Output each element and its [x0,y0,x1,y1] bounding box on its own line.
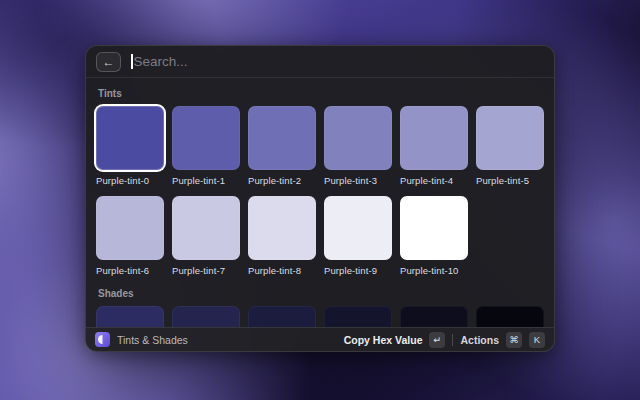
swatch-label: Purple-tint-0 [96,175,164,186]
color-swatch [248,196,316,260]
search-placeholder: Search... [134,54,188,69]
color-swatch [172,196,240,260]
tints-shades-palette-window: ← Search... Tints Purple-tint-0 Purple-t… [85,45,555,352]
search-input[interactable]: Search... [131,54,544,69]
swatch-purple-tint-5[interactable]: Purple-tint-5 [476,106,544,186]
text-caret [131,54,133,69]
search-bar: ← Search... [86,46,554,78]
section-label-tints: Tints [98,88,544,99]
tints-grid: Purple-tint-0 Purple-tint-1 Purple-tint-… [96,106,544,276]
swatch-label: Purple-tint-7 [172,265,240,276]
tints-shades-app-icon [95,332,110,347]
copy-hex-value-action[interactable]: Copy Hex Value [344,334,423,346]
color-swatch [172,106,240,170]
section-label-shades: Shades [98,288,544,299]
back-arrow-icon: ← [103,53,115,71]
color-swatch [324,306,392,327]
swatch-label: Purple-tint-5 [476,175,544,186]
swatch-label: Purple-tint-9 [324,265,392,276]
results-area: Tints Purple-tint-0 Purple-tint-1 Purple… [86,78,554,327]
swatch-purple-tint-6[interactable]: Purple-tint-6 [96,196,164,276]
swatch-label: Purple-tint-2 [248,175,316,186]
shades-grid [96,306,544,327]
actions-menu-button[interactable]: Actions [460,334,499,346]
swatch-purple-tint-2[interactable]: Purple-tint-2 [248,106,316,186]
color-swatch [400,306,468,327]
swatch-purple-shade-3[interactable] [324,306,392,327]
swatch-purple-tint-4[interactable]: Purple-tint-4 [400,106,468,186]
swatch-label: Purple-tint-3 [324,175,392,186]
footer-divider [452,334,453,346]
swatch-purple-shade-2[interactable] [248,306,316,327]
swatch-purple-shade-1[interactable] [172,306,240,327]
swatch-purple-tint-10[interactable]: Purple-tint-10 [400,196,468,276]
app-name: Tints & Shades [117,334,188,346]
color-swatch [400,196,468,260]
color-swatch [96,106,164,170]
footer-actions: Copy Hex Value ↵ Actions ⌘ K [344,332,545,348]
swatch-purple-tint-9[interactable]: Purple-tint-9 [324,196,392,276]
swatch-label: Purple-tint-10 [400,265,468,276]
color-swatch [324,106,392,170]
swatch-purple-tint-1[interactable]: Purple-tint-1 [172,106,240,186]
color-swatch [172,306,240,327]
action-bar: Tints & Shades Copy Hex Value ↵ Actions … [86,327,554,351]
swatch-label: Purple-tint-4 [400,175,468,186]
color-swatch [248,106,316,170]
command-key-icon[interactable]: ⌘ [506,332,522,348]
color-swatch [96,306,164,327]
enter-key-icon[interactable]: ↵ [429,332,445,348]
swatch-purple-tint-3[interactable]: Purple-tint-3 [324,106,392,186]
color-swatch [400,106,468,170]
swatch-label: Purple-tint-8 [248,265,316,276]
color-swatch [476,106,544,170]
back-button[interactable]: ← [96,52,121,72]
swatch-label: Purple-tint-6 [96,265,164,276]
k-key-icon[interactable]: K [529,332,545,348]
swatch-purple-shade-0[interactable] [96,306,164,327]
color-swatch [248,306,316,327]
swatch-purple-shade-4[interactable] [400,306,468,327]
color-swatch [324,196,392,260]
swatch-purple-tint-0[interactable]: Purple-tint-0 [96,106,164,186]
swatch-purple-tint-7[interactable]: Purple-tint-7 [172,196,240,276]
color-swatch [96,196,164,260]
swatch-purple-tint-8[interactable]: Purple-tint-8 [248,196,316,276]
color-swatch [476,306,544,327]
swatch-purple-shade-5[interactable] [476,306,544,327]
swatch-label: Purple-tint-1 [172,175,240,186]
